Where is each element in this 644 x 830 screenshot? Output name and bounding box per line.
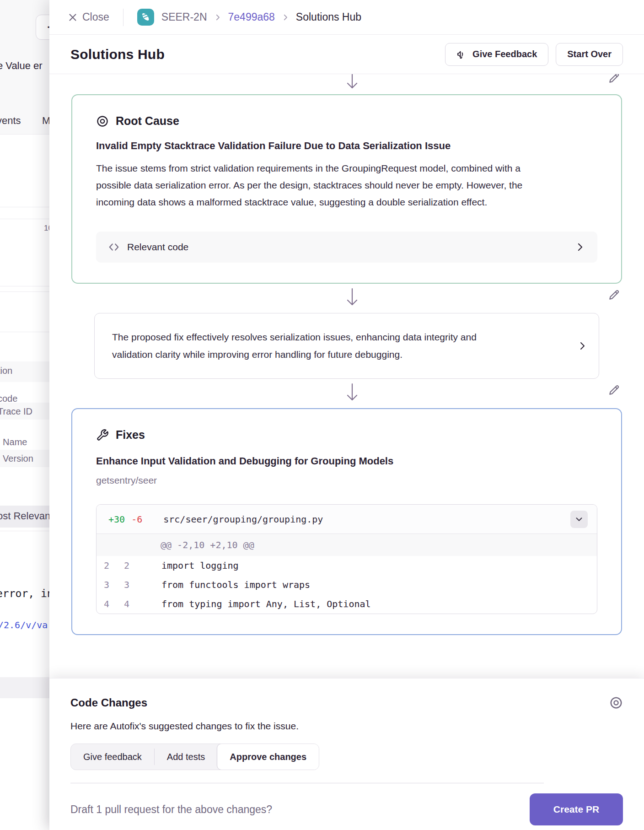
divider	[0, 286, 55, 286]
diff-line: 33 from functools import wraps	[97, 575, 597, 594]
target-icon	[96, 115, 109, 128]
page-title: Solutions Hub	[70, 47, 165, 62]
start-over-button[interactable]: Start Over	[556, 43, 623, 66]
chevron-right-icon	[214, 13, 222, 22]
diff-additions: +30	[108, 514, 125, 525]
close-button[interactable]: Close	[68, 11, 109, 23]
relevant-code-label: Relevant code	[127, 242, 574, 253]
give-feedback-label: Give Feedback	[472, 49, 537, 59]
chevron-right-icon	[577, 340, 588, 351]
background-page: ·· e Value er vents Me 10 tion code Trac…	[0, 0, 55, 830]
root-cause-heading: Root Cause	[116, 114, 179, 128]
fixes-heading: Fixes	[116, 428, 145, 442]
background-row-fragment: Trace ID	[0, 406, 32, 417]
add-tests-segment[interactable]: Add tests	[155, 744, 217, 770]
arrow-down-icon	[345, 74, 359, 90]
fixes-card: Fixes Enhance Input Validation and Debug…	[71, 408, 622, 635]
fix-repo: getsentry/seer	[96, 475, 597, 486]
assessment-text: The proposed fix effectively resolves se…	[112, 329, 496, 363]
diff-box: +30 -6 src/seer/grouping/grouping.py @@ …	[96, 504, 597, 614]
code-changes-description: Here are Autofix's suggested changes to …	[70, 721, 623, 732]
draft-pr-prompt: Draft 1 pull request for the above chang…	[70, 803, 272, 816]
code-text: from typing import Any, List, Optional	[151, 598, 371, 609]
edit-fixes-button[interactable]	[606, 383, 622, 398]
background-row-fragment: tion	[0, 366, 12, 376]
edit-assessment-button[interactable]	[606, 287, 622, 303]
wrench-icon	[96, 429, 109, 442]
breadcrumb-current: Solutions Hub	[296, 11, 361, 23]
divider	[0, 207, 55, 207]
edit-root-cause-button[interactable]	[606, 74, 622, 86]
panel-scroll-area[interactable]: Root Cause Invalid Empty Stacktrace Vali…	[49, 74, 644, 678]
background-row-fragment: : Name	[0, 437, 27, 447]
row-highlight	[0, 677, 55, 698]
breadcrumb-project[interactable]: SEER-2N	[161, 11, 207, 23]
divider	[0, 291, 55, 292]
close-icon	[68, 12, 78, 22]
start-over-label: Start Over	[567, 49, 612, 59]
chevron-right-icon	[281, 13, 290, 22]
header-actions: Give Feedback Start Over	[445, 43, 623, 66]
code-changes-dock: Code Changes Here are Autofix's suggeste…	[49, 678, 644, 830]
target-icon[interactable]	[609, 696, 623, 710]
background-link-fragment[interactable]: /2.6/v/va	[0, 620, 48, 631]
breadcrumb-event-id[interactable]: 7e499a68	[228, 11, 275, 23]
megaphone-icon	[456, 49, 467, 59]
solutions-hub-panel: Close SEER-2N 7e499a68 Solutions Hub Sol…	[49, 0, 644, 830]
divider	[123, 9, 123, 26]
background-most-relevant-fragment: ost Relevan	[0, 510, 50, 522]
divider	[70, 783, 544, 783]
background-section	[0, 134, 55, 830]
divider	[0, 219, 55, 219]
divider	[0, 531, 55, 531]
assessment-card[interactable]: The proposed fix effectively resolves se…	[94, 313, 599, 379]
diff-deletions: -6	[131, 514, 142, 525]
divider	[0, 134, 55, 135]
create-pr-button[interactable]: Create PR	[530, 793, 623, 825]
breadcrumb: SEER-2N 7e499a68 Solutions Hub	[161, 11, 361, 23]
code-text: import logging	[151, 560, 239, 571]
diff-filename: src/seer/grouping/grouping.py	[163, 514, 570, 525]
collapse-diff-button[interactable]	[570, 511, 588, 528]
diff-hunk-header: @@ -2,10 +2,10 @@	[97, 534, 597, 556]
approve-changes-segment[interactable]: Approve changes	[217, 744, 319, 770]
code-changes-title: Code Changes	[70, 696, 147, 709]
arrow-down-icon	[345, 383, 359, 402]
line-numbers: 44	[97, 598, 151, 609]
fixes-header: Fixes	[96, 428, 597, 442]
fix-title: Enhance Input Validation and Debugging f…	[96, 455, 597, 467]
background-tab-events-fragment[interactable]: vents	[0, 115, 21, 127]
diff-file-header[interactable]: +30 -6 src/seer/grouping/grouping.py	[97, 505, 597, 534]
diff-line: 22 import logging	[97, 556, 597, 575]
line-numbers: 33	[97, 579, 151, 590]
flow-connector	[71, 74, 622, 94]
root-cause-description: The issue stems from strict validation r…	[96, 160, 528, 210]
seer-logo-icon	[137, 9, 154, 26]
flow-connector	[71, 379, 622, 408]
panel-header: Solutions Hub Give Feedback Start Over	[49, 35, 644, 74]
root-cause-title: Invalid Empty Stacktrace Validation Fail…	[96, 140, 597, 152]
background-row-fragment: : Version	[0, 453, 33, 464]
action-segmented-control: Give feedback Add tests Approve changes	[70, 744, 319, 770]
root-cause-card: Root Cause Invalid Empty Stacktrace Vali…	[71, 94, 622, 284]
give-feedback-segment[interactable]: Give feedback	[71, 744, 154, 770]
background-issue-title-fragment: e Value er	[0, 60, 43, 72]
give-feedback-button[interactable]: Give Feedback	[445, 43, 548, 66]
breadcrumb-bar: Close SEER-2N 7e499a68 Solutions Hub	[49, 0, 644, 35]
chevron-right-icon	[574, 242, 585, 253]
close-label: Close	[82, 11, 109, 23]
background-row-fragment: code	[0, 393, 17, 404]
diff-line: 44 from typing import Any, List, Optiona…	[97, 594, 597, 614]
divider	[0, 332, 55, 332]
arrow-down-icon	[345, 288, 359, 307]
root-cause-header: Root Cause	[96, 114, 597, 128]
flow-connector	[71, 284, 622, 313]
line-numbers: 22	[97, 560, 151, 571]
background-stacktrace-fragment: error, in	[0, 587, 54, 599]
code-text: from functools import wraps	[151, 579, 310, 590]
relevant-code-expander[interactable]: Relevant code	[96, 232, 597, 263]
code-icon	[108, 241, 120, 253]
